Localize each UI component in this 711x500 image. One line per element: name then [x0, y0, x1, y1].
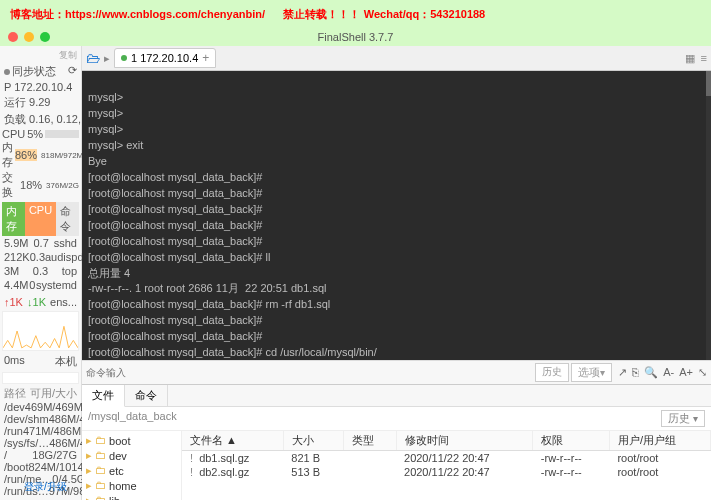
tree-item[interactable]: ▸ 🗀dev	[84, 448, 179, 463]
font-plus-icon[interactable]: A+	[679, 366, 693, 379]
swap-bar: 交换18%376M/2G	[2, 170, 79, 200]
copy-icon[interactable]: ⎘	[632, 366, 639, 379]
options-button[interactable]: 选项▾	[571, 363, 612, 382]
close-icon[interactable]	[8, 32, 18, 42]
terminal-footer: 历史 选项▾ ↗ ⎘ 🔍 A- A+ ⤡	[82, 360, 711, 384]
tree-item[interactable]: ▸ 🗀home	[84, 478, 179, 493]
latency-chart	[2, 372, 79, 384]
window-controls[interactable]	[8, 32, 50, 42]
refresh-icon[interactable]: ⟳	[68, 64, 77, 79]
mem-bar: 内存86%818M/972M	[2, 140, 79, 170]
path-display[interactable]: /mysql_data_back	[88, 410, 177, 427]
table-row[interactable]: ! db2.sql.gz513 B2020/11/22 20:47-rw-r--…	[182, 465, 711, 479]
copy-label[interactable]: 复制	[2, 48, 79, 63]
tree-item[interactable]: ▸ 🗀boot	[84, 433, 179, 448]
arrow-icon[interactable]: ↗	[618, 366, 627, 379]
terminal[interactable]: mysql> mysql> mysql> mysql> exit Bye [ro…	[82, 71, 711, 360]
watermark-banner: 博客地址：https://www.cnblogs.com/chenyanbin/…	[0, 0, 711, 28]
tab-add-icon[interactable]: +	[202, 51, 209, 65]
font-minus-icon[interactable]: A-	[663, 366, 674, 379]
app-title: FinalShell 3.7.7	[318, 31, 394, 43]
sidebar-tabs[interactable]: 内存 CPU 命令	[2, 202, 79, 236]
window-titlebar: FinalShell 3.7.7	[0, 28, 711, 46]
command-input[interactable]	[86, 367, 535, 378]
table-row[interactable]: ! db1.sql.gz821 B2020/11/22 20:47-rw-r--…	[182, 451, 711, 466]
process-list: 5.9M0.7sshd212K0.3audispd3M0.3top4.4M0sy…	[2, 236, 79, 292]
file-tree[interactable]: ▸ 🗀boot▸ 🗀dev▸ 🗀etc▸ 🗀home▸ 🗀lib▸ 🗀lib64…	[82, 431, 182, 500]
minimize-icon[interactable]	[24, 32, 34, 42]
load-avg: 负载 0.16, 0.12, 0.07	[2, 111, 79, 128]
folder-icon[interactable]: 🗁	[86, 50, 100, 66]
file-list[interactable]: 文件名 ▲ 大小 类型 修改时间 权限 用户/用户组 ! db1.sql.gz8…	[182, 431, 711, 500]
terminal-scrollbar[interactable]	[706, 71, 711, 360]
session-tabbar: 🗁 ▸ 1 172.20.10.4 + ▦ ≡	[82, 46, 711, 71]
path-history-button[interactable]: 历史 ▾	[661, 410, 705, 427]
tree-item[interactable]: ▸ 🗀etc	[84, 463, 179, 478]
files-panel: 文件 命令 /mysql_data_back 历史 ▾ ▸ 🗀boot▸ 🗀de…	[82, 384, 711, 500]
network-chart	[2, 311, 79, 351]
cpu-bar: CPU5%	[2, 128, 79, 140]
resize-icon[interactable]: ⤡	[698, 366, 707, 379]
maximize-icon[interactable]	[40, 32, 50, 42]
search-icon[interactable]: 🔍	[644, 366, 658, 379]
ip-address: P 172.20.10.4	[2, 80, 79, 94]
list-icon[interactable]: ≡	[701, 52, 707, 65]
login-link[interactable]: 登录/升级	[22, 476, 69, 498]
blog-link[interactable]: https://www.cnblogs.com/chenyanbin/	[65, 8, 265, 20]
sidebar: 复制 同步状态⟳ P 172.20.10.4 运行 9.29 负载 0.16, …	[0, 46, 82, 500]
status-dot-icon	[121, 55, 127, 61]
history-button[interactable]: 历史	[535, 363, 569, 382]
files-tab[interactable]: 文件	[82, 385, 125, 407]
tree-item[interactable]: ▸ 🗀lib	[84, 493, 179, 500]
session-tab[interactable]: 1 172.20.10.4 +	[114, 48, 216, 68]
grid-icon[interactable]: ▦	[685, 52, 695, 65]
uptime: 运行 9.29	[2, 94, 79, 111]
cmd-tab[interactable]: 命令	[125, 385, 168, 406]
